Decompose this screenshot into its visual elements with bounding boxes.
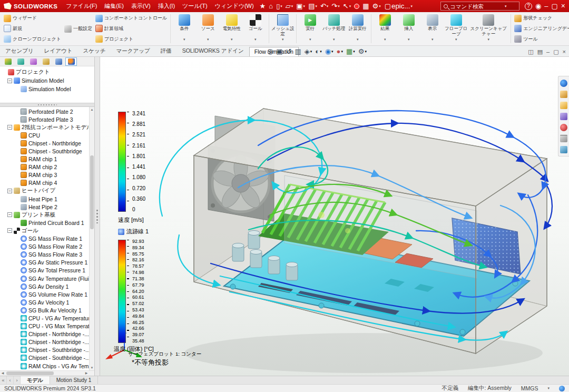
- command-tab[interactable]: レイアウト: [39, 46, 78, 56]
- tree-row[interactable]: −Simulation Model: [0, 76, 94, 85]
- tree-row[interactable]: SG Mass Flow Rate 1: [0, 235, 89, 243]
- scroll-right-icon[interactable]: ▶: [84, 371, 89, 376]
- menu-item[interactable]: 表示(V): [127, 0, 154, 12]
- component-control-button[interactable]: コンポーネントコントロール: [94, 13, 169, 23]
- command-search[interactable]: ▾: [440, 2, 519, 11]
- command-search-input[interactable]: [450, 3, 503, 9]
- sources-button[interactable]: ソース▾: [196, 13, 220, 45]
- new-project-button[interactable]: 新規: [2, 24, 63, 34]
- view-settings-button[interactable]: ▾: [357, 46, 368, 57]
- panel-splitter[interactable]: [95, 57, 100, 376]
- tree-row[interactable]: Chipset - Southbridge -...: [0, 354, 89, 362]
- tree-row[interactable]: Chipset - Southbridge -...: [0, 346, 89, 354]
- close-window-button[interactable]: [560, 1, 567, 12]
- flow-trajectories-label[interactable]: 流跡線 1: [118, 228, 149, 236]
- print-button[interactable]: ▾: [307, 1, 319, 12]
- custom-properties-button[interactable]: [560, 134, 568, 143]
- split-window-button[interactable]: [536, 46, 544, 57]
- tree-row[interactable]: Chipset - Northbridge -...: [0, 338, 89, 346]
- threedexperience-button[interactable]: [560, 79, 568, 87]
- clone-project-button[interactable]: クローンプロジェクト: [2, 34, 63, 44]
- flow-simulation-tab-button[interactable]: [65, 57, 77, 66]
- tools-button[interactable]: ツール: [513, 34, 569, 44]
- project-button[interactable]: プロジェクト: [94, 34, 169, 44]
- goals-button[interactable]: ゴール▾: [243, 13, 267, 45]
- edit-appearance-button[interactable]: ▾: [336, 46, 344, 57]
- minimize-doc-button[interactable]: [545, 46, 551, 57]
- select-tool-button[interactable]: ▾: [341, 1, 352, 12]
- computational-domain-button[interactable]: 計算領域: [94, 24, 169, 34]
- user-account-button[interactable]: [534, 1, 543, 12]
- configurationmanager-tab-button[interactable]: [27, 57, 39, 66]
- tab-scroll-first-icon[interactable]: [0, 376, 7, 384]
- propertymanager-tab-button[interactable]: [15, 57, 26, 66]
- tree-row[interactable]: Chipset - Northbridge -...: [0, 330, 89, 338]
- menu-item[interactable]: 編集(E): [101, 0, 127, 12]
- menu-item[interactable]: 挿入(I): [154, 0, 179, 12]
- tree-row[interactable]: CPU - VG Av Temperatur...: [0, 314, 89, 322]
- tree-row[interactable]: −2抵抗コンポーネントモデル: [0, 123, 89, 131]
- results-button[interactable]: 結果▾: [373, 13, 397, 45]
- tree-horizontal-scrollbar[interactable]: ◀ ▶: [0, 370, 94, 376]
- temperature-legend[interactable]: 92.9389.3485.7582.1678.5774.9871.3867.79…: [118, 240, 144, 344]
- graphics-area[interactable]: 3.2412.8812.5212.1611.8011.4411.0800.720…: [100, 57, 569, 376]
- tree-row[interactable]: RAM chip 4: [0, 179, 89, 187]
- record-indicator-button[interactable]: [352, 1, 361, 12]
- tree-toggle-icon[interactable]: −: [7, 125, 12, 130]
- tree-row[interactable]: SG Mass Flow Rate 2: [0, 243, 89, 251]
- tree-row[interactable]: Simulation Model: [0, 85, 94, 93]
- tree-row[interactable]: SG Av Density 1: [0, 282, 89, 290]
- displaymanager-tab-button[interactable]: [53, 57, 64, 66]
- insert-button[interactable]: 挿入▾: [397, 13, 420, 45]
- tree-row[interactable]: SG Volume Flow Rate 1: [0, 290, 89, 298]
- tree-row[interactable]: −プリント基板: [0, 211, 89, 219]
- tree-row[interactable]: RAM chip 2: [0, 163, 89, 171]
- design-library-button[interactable]: [560, 90, 568, 99]
- batch-run-button[interactable]: バッチ処理▾: [322, 13, 346, 45]
- document-tab[interactable]: epic... ▾: [383, 1, 414, 12]
- tree-toggle-icon[interactable]: −: [7, 228, 12, 233]
- close-doc-button[interactable]: [562, 46, 567, 57]
- tree-splitter[interactable]: [0, 103, 94, 107]
- display-style-button[interactable]: ▾: [314, 46, 322, 57]
- tree-toggle-icon[interactable]: −: [7, 79, 12, 83]
- tab-scroll-prev-icon[interactable]: [7, 376, 14, 384]
- tree-toggle-icon[interactable]: −: [7, 212, 12, 217]
- tree-row[interactable]: −ゴール: [0, 227, 89, 234]
- temperature-color-bar[interactable]: [118, 240, 126, 343]
- menu-item[interactable]: ファイル(F): [62, 0, 101, 12]
- tree-row[interactable]: RAM chip 3: [0, 171, 89, 179]
- tree-row[interactable]: プロジェクト: [0, 68, 94, 76]
- tree-row[interactable]: SG Av Velocity 1: [0, 298, 89, 306]
- tile-window-button[interactable]: [527, 46, 534, 57]
- view-orientation-button[interactable]: ▾: [303, 46, 313, 57]
- mesh-settings-button[interactable]: メッシュ設定▾: [271, 13, 295, 45]
- scrollbar-thumb[interactable]: [90, 155, 94, 229]
- scroll-left-icon[interactable]: ◀: [0, 371, 5, 376]
- zoom-fit-button[interactable]: [266, 46, 274, 57]
- model-tab[interactable]: モデル: [21, 376, 50, 384]
- command-tab[interactable]: アセンブリ: [0, 46, 39, 56]
- velocity-color-bar[interactable]: [118, 112, 126, 212]
- tree-row[interactable]: Heat Pipe 2: [0, 203, 89, 211]
- wizard-button[interactable]: ウィザード: [2, 13, 63, 23]
- run-button[interactable]: 実行▾: [298, 13, 322, 45]
- tab-scroll-next-icon[interactable]: [14, 376, 21, 384]
- electrical-conditions-button[interactable]: 電気特性▾: [220, 13, 243, 45]
- tree-row[interactable]: SG Av Temperature (Flui...: [0, 275, 89, 282]
- options-gear-button[interactable]: ▾: [371, 1, 382, 12]
- dimxpert-tab-button[interactable]: [40, 57, 52, 66]
- section-view-button[interactable]: [294, 46, 302, 57]
- tree-row[interactable]: Heat Pipe 1: [0, 195, 89, 203]
- tree-row[interactable]: SG Bulk Av Velocity 1: [0, 306, 89, 314]
- tree-vertical-scrollbar[interactable]: ▲ ▼: [89, 107, 94, 370]
- engineering-database-button[interactable]: エンジニアリングデータベース: [513, 24, 569, 34]
- previous-view-button[interactable]: [285, 46, 293, 57]
- tree-row[interactable]: SG Mass Flow Rate 3: [0, 251, 89, 259]
- menu-item[interactable]: ツール(T): [179, 0, 211, 12]
- tree-row[interactable]: −ヒートパイプ: [0, 187, 89, 195]
- appearances-button[interactable]: [560, 123, 568, 132]
- featuremanager-tab-button[interactable]: [2, 57, 14, 66]
- command-tab[interactable]: 評価: [155, 46, 177, 56]
- tree-row[interactable]: CPU - VG Max Temperat...: [0, 322, 89, 330]
